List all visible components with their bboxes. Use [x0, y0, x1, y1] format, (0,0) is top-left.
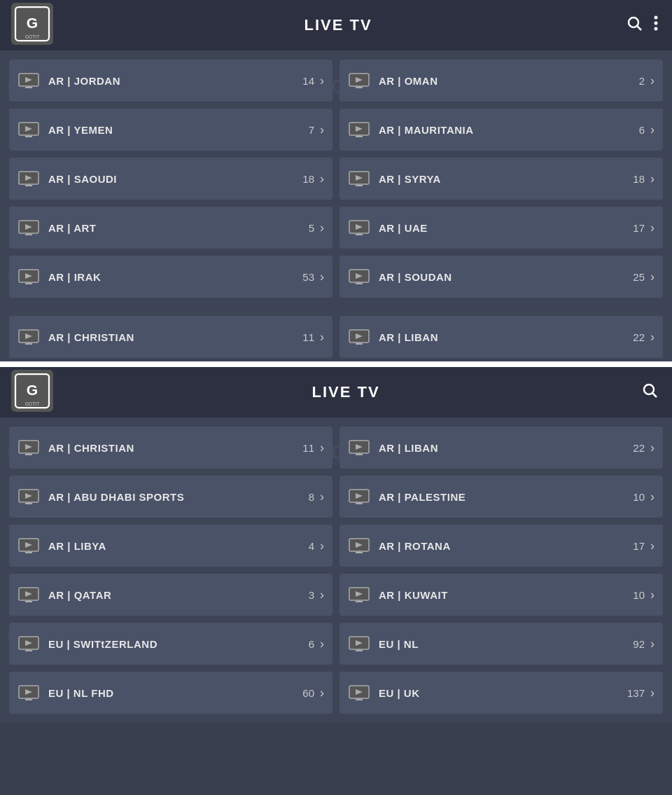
channel-item[interactable]: EU | NL 92 › [340, 623, 663, 665]
channel-count: 10 [633, 589, 645, 601]
bottom-logo: G GOTIT [11, 370, 53, 415]
tv-icon [18, 327, 40, 347]
tv-icon [348, 218, 370, 237]
channel-item[interactable]: AR | SAOUDI 18 › [9, 158, 332, 200]
channel-item[interactable]: EU | NL FHD 60 › [9, 672, 332, 714]
svg-text:GOTIT: GOTIT [25, 401, 40, 406]
channel-count: 10 [633, 491, 645, 503]
channel-name: AR | YEMEN [48, 124, 309, 136]
channel-count: 92 [633, 638, 645, 650]
tv-icon [348, 634, 370, 654]
channel-name: AR | ABU DHABI SPORTS [48, 491, 309, 503]
bottom-header-title: LIVE TV [312, 383, 379, 401]
header-title: LIVE TV [304, 16, 372, 34]
chevron-right-icon: › [650, 539, 654, 553]
chevron-right-icon: › [650, 637, 654, 651]
channel-count: 11 [302, 442, 314, 454]
chevron-right-icon: › [650, 686, 654, 700]
channel-item[interactable]: AR | ROTANA 17 › [340, 525, 663, 567]
tv-icon [348, 71, 370, 90]
search-button[interactable] [623, 12, 645, 39]
channel-item[interactable]: AR | ART 5 › [9, 207, 332, 249]
svg-text:G: G [27, 382, 38, 398]
tv-icon [348, 438, 370, 457]
header: G GOTIT LIVE TV [0, 0, 672, 50]
channel-count: 11 [302, 331, 314, 343]
chevron-right-icon: › [650, 221, 654, 235]
channel-item[interactable]: AR | UAE 17 › [340, 207, 663, 249]
tv-icon [18, 683, 40, 703]
chevron-right-icon: › [320, 490, 324, 504]
top-channel-grid: AR | JORDAN 14 › AR | OMAN 2 › AR | YEME… [0, 50, 672, 307]
channel-name: AR | OMAN [379, 75, 639, 87]
channel-item[interactable]: AR | LIBAN 22 › [340, 427, 663, 469]
channel-item[interactable]: AR | YEMEN 7 › [9, 109, 332, 151]
tv-icon [18, 487, 40, 506]
channel-name: AR | IRAK [48, 271, 302, 283]
tv-icon [18, 536, 40, 555]
channel-name: AR | PALESTINE [379, 491, 633, 503]
channel-item[interactable]: AR | PALESTINE 10 › [340, 476, 663, 518]
channel-name: AR | SOUDAN [379, 271, 633, 283]
chevron-right-icon: › [650, 123, 654, 137]
chevron-right-icon: › [650, 490, 654, 504]
channel-count: 17 [633, 540, 645, 552]
chevron-right-icon: › [650, 588, 654, 602]
svg-text:G: G [27, 15, 38, 31]
partial-row: AR | CHRISTIAN 11 › AR | LIBAN 22 › [0, 307, 672, 361]
channel-item[interactable]: AR | SOUDAN 25 › [340, 256, 663, 298]
channel-count: 5 [309, 222, 314, 234]
channel-name: AR | UAE [379, 222, 633, 234]
channel-count: 18 [633, 173, 645, 185]
svg-point-7 [654, 22, 658, 25]
tv-icon [348, 536, 370, 555]
channel-item[interactable]: AR | OMAN 2 › [340, 60, 663, 102]
channel-count: 2 [639, 75, 645, 87]
channel-name: AR | CHRISTIAN [48, 442, 302, 454]
channel-item[interactable]: AR | SYRYA 18 › [340, 158, 663, 200]
chevron-right-icon: › [320, 588, 324, 602]
svg-point-8 [654, 27, 658, 31]
channel-item[interactable]: AR | ABU DHABI SPORTS 8 › [9, 476, 332, 518]
tv-icon [348, 169, 370, 188]
channel-item[interactable]: AR | QATAR 3 › [9, 574, 332, 616]
channel-name: AR | SYRYA [379, 173, 633, 185]
channel-item[interactable]: EU | UK 137 › [340, 672, 663, 714]
channel-name: AR | LIBYA [48, 540, 309, 552]
channel-item[interactable]: AR | KUWAIT 10 › [340, 574, 663, 616]
channel-item[interactable]: AR | LIBYA 4 › [9, 525, 332, 567]
tv-icon [348, 683, 370, 703]
channel-count: 17 [633, 222, 645, 234]
tv-icon [18, 218, 40, 237]
channel-item[interactable]: AR | JORDAN 14 › [9, 60, 332, 102]
channel-item[interactable]: AR | CHRISTIAN 11 › [9, 316, 332, 358]
section-divider [0, 361, 672, 367]
tv-icon [18, 169, 40, 188]
svg-text:GOTIT: GOTIT [25, 34, 40, 39]
channel-name: AR | LIBAN [379, 442, 633, 454]
channel-item[interactable]: AR | CHRISTIAN 11 › [9, 427, 332, 469]
svg-line-62 [653, 394, 657, 398]
tv-icon [348, 327, 370, 347]
chevron-right-icon: › [650, 441, 654, 455]
bottom-search-button[interactable] [638, 379, 661, 406]
channel-count: 8 [309, 491, 314, 503]
channel-item[interactable]: AR | IRAK 53 › [9, 256, 332, 298]
channel-item[interactable]: AR | LIBAN 22 › [340, 316, 663, 358]
svg-point-4 [629, 18, 638, 27]
channel-name: EU | UK [379, 687, 627, 699]
channel-item[interactable]: AR | MAURITANIA 6 › [340, 109, 663, 151]
channel-name: EU | NL FHD [48, 687, 302, 699]
bottom-header: G GOTIT LIVE TV [0, 367, 672, 417]
channel-name: AR | JORDAN [48, 75, 302, 87]
channel-count: 14 [302, 75, 314, 87]
chevron-right-icon: › [650, 74, 654, 88]
channel-count: 60 [302, 687, 314, 699]
chevron-right-icon: › [320, 172, 324, 186]
more-button[interactable] [651, 13, 661, 38]
channel-item[interactable]: EU | SWITtZERLAND 6 › [9, 623, 332, 665]
svg-line-5 [638, 27, 642, 31]
channel-name: AR | CHRISTIAN [48, 331, 302, 343]
chevron-right-icon: › [320, 686, 324, 700]
channel-name: AR | ROTANA [379, 540, 633, 552]
